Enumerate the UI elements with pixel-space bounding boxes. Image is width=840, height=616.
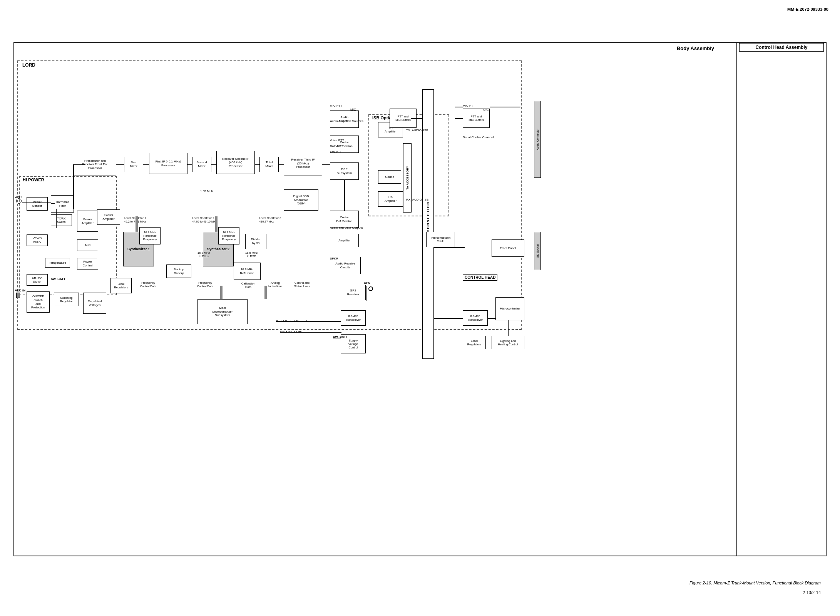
gps-receiver-block: GPS Receiver bbox=[341, 285, 366, 300]
ref-to-dsp-label: 16.8 MHz to DSP bbox=[245, 251, 258, 258]
vdc-in-label: VDC IN bbox=[15, 289, 25, 292]
codec-block: Codec bbox=[378, 170, 401, 184]
doc-number: MM-E 2072-09333-00 bbox=[787, 7, 828, 12]
amplifier-block: Amplifier bbox=[330, 234, 359, 247]
body-assembly-label: Body Assembly bbox=[677, 45, 714, 51]
data-ptt-label: Data PTT bbox=[330, 144, 343, 148]
lighting-heating-block: Lighting and Heating Control bbox=[492, 336, 524, 349]
power-control-block: Power Control bbox=[77, 258, 98, 270]
ref-freq2-block: 16.8 MHz Reference Frequency bbox=[218, 227, 239, 244]
mic-ptt-head-label: MIC PTT bbox=[463, 104, 475, 107]
spkr-label: SPKR bbox=[330, 257, 338, 260]
local-regulators-body-block: Local Regulators bbox=[110, 278, 132, 293]
cw-ptt-label: CW PTT bbox=[330, 150, 342, 154]
temperature-block: Temperature bbox=[45, 258, 70, 268]
audio-data-outputs-label: Audio and Data Outputs bbox=[330, 226, 363, 229]
first-if-block: First IF (45.1 MHz) Processor bbox=[149, 153, 187, 174]
receiver-second-if-block: Receiver Second IF (450 kHz) Processor bbox=[216, 151, 255, 174]
harmonic-filter-block: Harmonic Filter bbox=[51, 195, 74, 213]
local-regulators-head-block: Local Regulators bbox=[463, 336, 486, 349]
control-head-section-label: CONTROL HEAD bbox=[463, 274, 497, 281]
interconnection-cable-block: Interconnection Cable bbox=[426, 232, 455, 247]
second-mixer-block: Second Mixer bbox=[192, 157, 211, 172]
audio-data-sources-label: Audio and Data Sources bbox=[330, 119, 363, 123]
page-number: 2-13/2-14 bbox=[803, 590, 821, 595]
freq-control-data1: Frequency Control Data bbox=[133, 281, 164, 288]
voice-ptt-label: Voice PTT bbox=[330, 139, 344, 142]
main-diagram: Body Assembly Control Head Assembly LORD… bbox=[13, 42, 827, 556]
third-mixer-block: Third Mixer bbox=[259, 157, 279, 172]
analog-indications: Analog Indications bbox=[264, 281, 287, 288]
power-amplifier-block: Power Amplifier bbox=[77, 211, 98, 232]
ref-16-8-block: 16.8 MHz Reference bbox=[234, 263, 261, 280]
vfwd-vrev-block: VFWD VREV bbox=[27, 234, 48, 246]
first-mixer-block: First Mixer bbox=[124, 157, 143, 172]
codec-da-block: Codec D/A Section bbox=[330, 211, 359, 228]
txrx-switch-block: TX/RX Switch bbox=[51, 214, 72, 226]
local-osc2-label: Local Oscillator 2 44.05 to 46.15 MHz bbox=[192, 216, 217, 223]
ref-to-plls-label: 16.8 MHz to PLLs bbox=[197, 251, 210, 258]
rx-amplifier-block: RX Amplifier bbox=[378, 191, 403, 207]
receiver-third-if-block: Receiver Third IF (20 kHz) Processor bbox=[284, 151, 322, 176]
microcontroller-block: Microcontroller bbox=[495, 297, 524, 320]
control-head-assembly-label: Control Head Assembly bbox=[739, 43, 824, 52]
audio-connector-bar: Audio Connector bbox=[534, 101, 541, 178]
calibration-data: Calibration Data bbox=[237, 282, 260, 289]
switching-regulator-block: Switching Regulator bbox=[54, 293, 79, 306]
digital-ssb-block: Digital SSB Modulator (DSM) bbox=[284, 189, 318, 211]
backup-battery-block: Backup Battery bbox=[166, 264, 191, 278]
regulated-voltages-block: Regulated Voltages bbox=[83, 293, 106, 314]
rx-audio-isb-label: RX_AUDIO_ISB bbox=[406, 198, 428, 201]
tx-audio-isb-label: TX_AUDIO_ISB bbox=[406, 129, 428, 132]
serial-control-head-label: Serial Control Channel bbox=[463, 136, 494, 139]
on-off-switch-block: ON/OFF Switch and Protection bbox=[27, 291, 50, 313]
main-microcomputer-block: Main Microcomputer Subsystem bbox=[197, 299, 248, 324]
gps-label: GPS bbox=[364, 281, 370, 285]
power-sensor-block: Power Sensor bbox=[27, 197, 48, 211]
dsp-block: DSP Subsystem bbox=[330, 162, 359, 180]
mic-body-label: MIC bbox=[350, 108, 356, 111]
atu-dc-switch-block: ATU DC Switch bbox=[27, 274, 48, 286]
freq-1-05-label: 1.05 MHz bbox=[200, 189, 213, 193]
exciter-amplifier-block: Exciter Amplifier bbox=[97, 209, 120, 225]
figure-caption: Figure 2-10. Micom-Z Trunk-Mount Version… bbox=[689, 581, 821, 585]
mic-ptt-body-label: MIC PTT bbox=[330, 104, 342, 107]
local-osc1-label: Local Oscillator 1 45.2 to 75.1 MHz bbox=[124, 216, 146, 223]
hi-power-label: HI POWER bbox=[22, 177, 45, 182]
control-status: Control and Status Lines bbox=[289, 281, 315, 288]
ref-freq1-block: 16.8 MHz Reference Frequency bbox=[139, 227, 161, 244]
alc-block: ALC bbox=[77, 239, 98, 251]
divider-block: Divider by 39 bbox=[245, 234, 266, 249]
local-osc3-label: Local Oscillator 3 430.77 kHz bbox=[259, 216, 281, 223]
ptt-mic-buffers-head-block: PTT and MIC Buffers bbox=[463, 109, 490, 128]
rs485-body-block: RS-485 Transceiver bbox=[341, 310, 366, 326]
sd-socket-bar: SD Socket bbox=[534, 232, 541, 270]
sw-batt-body-label: SW_BATT bbox=[51, 277, 65, 281]
lord-label: LORD bbox=[21, 62, 37, 68]
freq-control-data2: Frequency Control Data bbox=[190, 281, 221, 288]
front-panel-block: Front Panel bbox=[492, 239, 524, 257]
accessory-bar: To ACCESSORY bbox=[403, 143, 412, 213]
rs485-head-block: RS-485 Transceiver bbox=[463, 310, 488, 326]
mic-head-label: MIC bbox=[483, 108, 489, 111]
